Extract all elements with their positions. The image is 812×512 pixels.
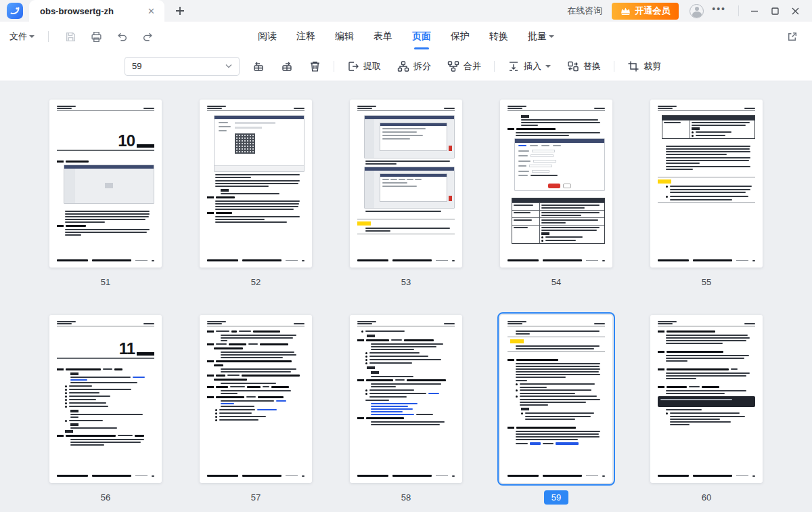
screenshot-placeholder — [364, 167, 455, 209]
page-number-badge: 59 — [544, 490, 568, 505]
rotate-left-button[interactable] — [249, 58, 268, 75]
screenshot-placeholder — [364, 115, 455, 158]
tab-convert[interactable]: 转换 — [489, 26, 509, 47]
delete-page-button[interactable] — [306, 58, 324, 75]
extract-button[interactable]: 提取 — [344, 58, 384, 75]
save-button[interactable] — [61, 27, 80, 46]
page-cell-58: 58 — [350, 315, 462, 505]
online-support-link[interactable]: 在线咨询 — [558, 5, 612, 17]
tab-edit[interactable]: 编辑 — [334, 26, 355, 47]
table-placeholder — [512, 198, 605, 244]
page-selector-value: 59 — [132, 61, 141, 71]
page-preview — [350, 315, 462, 483]
document-tab-title: obs-browsertg-zh — [40, 6, 145, 16]
chapter-number: 11 — [119, 342, 135, 356]
crop-button[interactable]: 裁剪 — [624, 58, 664, 75]
page-preview — [650, 315, 763, 483]
page-cell-54: 54 — [500, 100, 612, 289]
page-cell-56: 11 56 — [49, 315, 162, 505]
page-thumbnail-57[interactable] — [200, 315, 312, 483]
table-placeholder — [662, 115, 755, 139]
replace-button[interactable]: 替换 — [564, 58, 604, 75]
page-preview — [500, 100, 612, 268]
page-number-label: 51 — [93, 275, 118, 289]
chevron-down-icon — [545, 65, 551, 68]
page-thumbnail-59[interactable] — [500, 315, 612, 483]
tab-protect[interactable]: 保护 — [450, 26, 470, 47]
extract-label: 提取 — [363, 60, 381, 72]
replace-label: 替换 — [583, 60, 601, 72]
crown-icon — [621, 7, 631, 15]
page-cell-53: 53 — [350, 100, 462, 289]
merge-button[interactable]: 合并 — [444, 58, 484, 75]
account-avatar[interactable] — [690, 4, 704, 18]
page-number-label: 52 — [244, 275, 268, 289]
page-preview: 11 — [49, 315, 162, 483]
tab-close-icon[interactable]: ✕ — [145, 5, 158, 18]
tab-batch[interactable]: 批量 — [527, 26, 555, 47]
page-thumbnail-51[interactable]: 10 — [49, 100, 162, 268]
screenshot-placeholder — [64, 165, 154, 204]
close-button[interactable] — [785, 1, 805, 21]
page-cell-55: 55 — [650, 100, 763, 289]
page-preview — [200, 100, 312, 268]
print-button[interactable] — [87, 27, 106, 46]
page-preview — [650, 100, 763, 268]
app-logo-icon — [7, 3, 23, 19]
page-thumbnail-58[interactable] — [350, 315, 462, 483]
merge-label: 合并 — [464, 60, 481, 72]
titlebar-divider — [738, 5, 739, 16]
page-cell-57: 57 — [200, 315, 312, 505]
chevron-down-icon — [225, 64, 232, 68]
page-thumbnail-52[interactable] — [200, 100, 312, 268]
page-number-label: 53 — [394, 275, 418, 289]
toolbar-divider — [334, 61, 334, 72]
redo-button[interactable] — [138, 27, 157, 46]
ribbon-tabs: 阅读 注释 编辑 表单 页面 保护 转换 批量 — [257, 26, 555, 47]
page-number-label: 56 — [93, 490, 118, 505]
screenshot-placeholder — [214, 115, 304, 172]
maximize-button[interactable] — [765, 1, 785, 21]
document-tab[interactable]: obs-browsertg-zh ✕ — [29, 0, 164, 22]
chevron-down-icon — [29, 35, 35, 38]
page-preview — [200, 315, 312, 483]
form-screenshot-placeholder — [514, 138, 605, 191]
page-number-label: 55 — [694, 275, 719, 289]
premium-button[interactable]: 开通会员 — [612, 3, 679, 20]
app-logo-wrap — [0, 0, 29, 22]
page-cell-51: 10 51 — [49, 100, 162, 289]
menu-divider — [48, 31, 49, 42]
page-cell-52: 52 — [200, 100, 312, 289]
file-menu-button[interactable]: 文件 — [8, 28, 36, 45]
premium-button-label: 开通会员 — [635, 5, 670, 17]
open-external-button[interactable] — [782, 27, 801, 46]
undo-button[interactable] — [112, 27, 131, 46]
page-thumbnail-56[interactable]: 11 — [49, 315, 162, 483]
page-number-label: 57 — [244, 490, 268, 505]
tab-form[interactable]: 表单 — [373, 26, 393, 47]
insert-label: 插入 — [524, 60, 541, 72]
page-number-label: 54 — [544, 275, 568, 289]
toolbar-divider — [614, 61, 614, 72]
page-thumbnail-55[interactable] — [650, 100, 763, 268]
more-menu-icon[interactable]: ••• — [712, 3, 733, 18]
tab-annotate[interactable]: 注释 — [296, 26, 316, 47]
page-selector[interactable]: 59 — [125, 57, 240, 76]
split-label: 拆分 — [413, 60, 431, 72]
toolbar-divider — [494, 61, 495, 72]
rotate-right-button[interactable] — [277, 58, 296, 75]
tab-read[interactable]: 阅读 — [257, 26, 277, 47]
page-preview — [350, 100, 462, 268]
page-thumbnail-53[interactable] — [350, 100, 462, 268]
title-bar: obs-browsertg-zh ✕ 在线咨询 开通会员 ••• — [0, 0, 812, 22]
new-tab-button[interactable] — [164, 0, 196, 22]
menu-bar: 文件 阅读 注释 编辑 表单 页面 保护 转换 批量 — [0, 22, 812, 51]
split-button[interactable]: 拆分 — [394, 58, 434, 75]
insert-button[interactable]: 插入 — [504, 58, 554, 75]
file-menu-label: 文件 — [9, 30, 27, 43]
minimize-button[interactable] — [744, 1, 765, 21]
page-cell-60: 60 — [650, 315, 763, 505]
tab-page[interactable]: 页面 — [411, 26, 432, 47]
page-thumbnail-54[interactable] — [500, 100, 612, 268]
page-thumbnail-60[interactable] — [650, 315, 763, 483]
